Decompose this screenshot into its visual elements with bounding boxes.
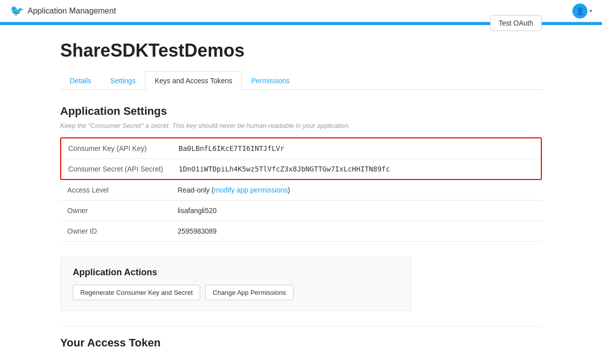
highlighted-keys-box: Consumer Key (API Key) Ba0LBnfL6IKcE7TI6… xyxy=(60,137,542,180)
tab-nav: Details Settings Keys and Access Tokens … xyxy=(60,71,542,90)
divider xyxy=(60,326,542,326)
app-header: Test OAuth ShareSDKTestDemos xyxy=(60,40,542,61)
application-actions-box: Application Actions Regenerate Consumer … xyxy=(60,257,411,311)
header-right[interactable]: 👤 ▾ xyxy=(572,4,592,19)
owner-id-value: 2595983089 xyxy=(171,221,542,242)
consumer-key-value: Ba0LBnfL6IKcE7TI6INTJfLVr xyxy=(172,138,541,159)
highlighted-keys-table: Consumer Key (API Key) Ba0LBnfL6IKcE7TI6… xyxy=(61,138,541,179)
tab-details[interactable]: Details xyxy=(60,71,101,90)
access-level-value: Read-only (modify app permissions) xyxy=(171,180,542,201)
application-actions-title: Application Actions xyxy=(73,267,399,278)
tab-settings[interactable]: Settings xyxy=(101,71,145,90)
header-left: 🐦 Application Management xyxy=(10,5,116,18)
table-row: Owner lisafangli520 xyxy=(60,201,542,221)
avatar[interactable]: 👤 xyxy=(572,4,587,19)
owner-value: lisafangli520 xyxy=(171,201,542,221)
table-row: Owner ID 2595983089 xyxy=(60,221,542,242)
header-title: Application Management xyxy=(28,7,116,16)
access-token-title: Your Access Token xyxy=(60,336,542,349)
actions-buttons-group: Regenerate Consumer Key and Secret Chang… xyxy=(73,285,399,300)
app-title: ShareSDKTestDemos xyxy=(60,40,542,61)
test-oauth-button[interactable]: Test OAuth xyxy=(490,15,542,31)
consumer-key-label: Consumer Key (API Key) xyxy=(61,138,172,159)
application-settings-subtitle: Keep the "Consumer Secret" a secret. Thi… xyxy=(60,122,542,129)
table-row: Consumer Secret (API Secret) 1DnO1iWTDpi… xyxy=(61,159,541,179)
table-row: Access Level Read-only (modify app permi… xyxy=(60,180,542,201)
normal-settings-box: Access Level Read-only (modify app permi… xyxy=(60,180,542,242)
modify-app-permissions-link[interactable]: modify app permissions xyxy=(214,186,287,194)
owner-id-label: Owner ID xyxy=(60,221,171,242)
consumer-secret-label: Consumer Secret (API Secret) xyxy=(61,159,172,179)
main-content: Test OAuth ShareSDKTestDemos Details Set… xyxy=(50,25,552,364)
tab-keys-and-access-tokens[interactable]: Keys and Access Tokens xyxy=(145,71,242,90)
access-level-label: Access Level xyxy=(60,180,171,201)
access-level-text: Read-only xyxy=(178,186,210,194)
application-settings-title: Application Settings xyxy=(60,105,542,118)
tab-permissions[interactable]: Permissions xyxy=(242,71,299,90)
owner-label: Owner xyxy=(60,201,171,221)
change-app-permissions-button[interactable]: Change App Permissions xyxy=(205,285,293,300)
regenerate-consumer-key-button[interactable]: Regenerate Consumer Key and Secret xyxy=(73,285,200,300)
table-row: Consumer Key (API Key) Ba0LBnfL6IKcE7TI6… xyxy=(61,138,541,159)
consumer-secret-value: 1DnO1iWTDpiLh4K5wz5TlVfcZ3x8JbNGTTGw7IxL… xyxy=(172,159,541,179)
chevron-down-icon[interactable]: ▾ xyxy=(589,8,592,14)
normal-settings-table: Access Level Read-only (modify app permi… xyxy=(60,180,542,242)
twitter-bird-icon: 🐦 xyxy=(10,5,24,18)
